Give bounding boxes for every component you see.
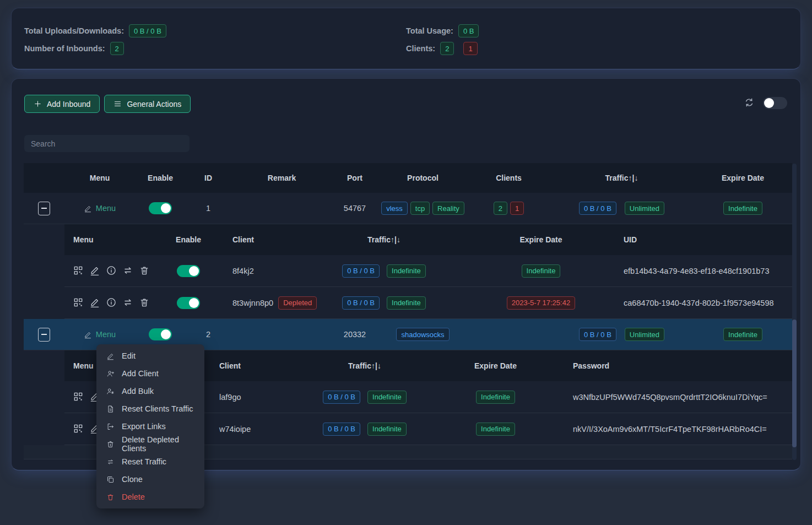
edit-client-icon[interactable] [89, 297, 101, 309]
general-actions-label: General Actions [127, 100, 181, 109]
menu-item-delete[interactable]: Delete [96, 488, 204, 506]
client-password: nkV/I/3XoAm9v6xMT/T5IcrF4TpeTKF98rHARbRo… [571, 425, 792, 434]
menu-item-reset-traffic[interactable]: Reset Traffic [96, 453, 204, 470]
row-menu-button[interactable]: Menu [84, 330, 116, 339]
general-actions-button[interactable]: General Actions [104, 95, 191, 113]
total-usage-value: 0 B [458, 24, 479, 37]
total-uploads-downloads-value: 0 B / 0 B [129, 24, 166, 37]
delete-client-icon[interactable] [139, 297, 151, 309]
toggle-knob [764, 98, 774, 108]
edit-icon [106, 352, 115, 360]
expire-badge: Indefinite [723, 202, 762, 215]
minus-icon [41, 208, 47, 209]
info-icon[interactable] [106, 297, 118, 309]
sub-header-traffic-sort[interactable]: Traffic↑|↓ [310, 361, 420, 370]
menu-item-add-bulk[interactable]: Add Bulk [96, 382, 204, 400]
edit-icon [84, 331, 92, 339]
client-name: 8t3wjnn8p0 [232, 299, 273, 307]
client-enable-toggle[interactable] [177, 297, 200, 309]
add-inbound-label: Add Inbound [47, 100, 90, 109]
network-tag: tcp [410, 202, 430, 215]
delete-client-icon[interactable] [139, 265, 151, 277]
client-expire-badge: 2023-5-7 17:25:42 [507, 296, 575, 310]
edit-icon [84, 204, 92, 213]
header-menu: Menu [64, 174, 135, 182]
vless-clients-table: Menu Enable Client Traffic↑|↓ Expire Dat… [64, 224, 792, 319]
client-uid: efb14b43-4a79-4e83-ef18-e48cf1901b73 [624, 267, 792, 275]
inbound-enable-toggle[interactable] [149, 202, 172, 214]
menu-item-edit[interactable]: Edit [96, 347, 204, 365]
header-protocol: Protocol [377, 174, 469, 182]
collapse-row-button[interactable] [38, 328, 50, 342]
client-traffic-badge: 0 B / 0 B [342, 296, 380, 310]
qrcode-icon[interactable] [73, 423, 85, 435]
total-uploads-downloads-label: Total Uploads/Downloads: [24, 26, 124, 35]
inbound-enable-toggle[interactable] [149, 328, 172, 340]
qrcode-icon[interactable] [73, 297, 85, 309]
expire-badge: Indefinite [723, 328, 762, 341]
inbound-id: 1 [186, 204, 231, 213]
add-client-icon [106, 370, 115, 378]
security-tag: Reality [432, 202, 464, 215]
inbound-row-1: Menu 1 54767 vless tcp Reality 2 1 0 B /… [24, 193, 792, 224]
number-of-inbounds-value: 2 [110, 42, 124, 55]
sub-header-password: Password [571, 361, 792, 370]
client-traffic-badge: 0 B / 0 B [323, 423, 360, 436]
client-name: w74ioipe [210, 425, 310, 434]
traffic-limit-badge: Unlimited [625, 202, 664, 215]
number-of-inbounds-label: Number of Inbounds: [24, 44, 105, 53]
client-password: w3NfbzUPf5WWd745Q8pvsmQrdrttT2IO6knuI7Di… [571, 393, 792, 402]
add-bulk-icon [106, 387, 115, 396]
dark-mode-toggle[interactable] [763, 97, 787, 109]
menu-item-export-links[interactable]: Export Links [96, 418, 204, 435]
minus-icon [41, 334, 47, 335]
clients-depleted-badge: 1 [510, 202, 524, 215]
sub-header-expire-date: Expire Date [458, 235, 624, 244]
total-uploads-downloads-stat: Total Uploads/Downloads: 0 B / 0 B [24, 22, 406, 40]
inbound-port: 54767 [333, 204, 377, 213]
header-remark: Remark [231, 174, 333, 182]
menu-item-clone[interactable]: Clone [96, 470, 204, 488]
sub-header-uid: UID [624, 235, 792, 244]
client-row: 8f4kj2 0 B / 0 B Indefinite Indefinite e… [64, 255, 792, 287]
reset-traffic-icon [106, 458, 115, 466]
delete-icon [106, 493, 115, 501]
clients-active-badge: 2 [494, 202, 507, 215]
inbound-port: 20332 [333, 330, 377, 339]
row-menu-button[interactable]: Menu [84, 204, 116, 213]
export-links-icon [106, 423, 115, 431]
client-traffic-limit-badge: Indefinite [387, 264, 426, 278]
client-traffic-limit-badge: Indefinite [367, 423, 407, 436]
client-name: laf9go [210, 393, 310, 402]
add-inbound-button[interactable]: Add Inbound [24, 95, 100, 113]
header-id: ID [186, 174, 231, 182]
client-row: 8t3wjnn8p0 Depleted 0 B / 0 B Indefinite… [64, 287, 792, 319]
menu-item-reset-clients-traffic[interactable]: Reset Clients Traffic [96, 400, 204, 418]
client-name: 8f4kj2 [210, 267, 310, 275]
menu-item-delete-depleted-clients[interactable]: Delete Depleted Clients [96, 435, 204, 453]
total-usage-stat: Total Usage: 0 B [406, 22, 788, 40]
info-icon[interactable] [106, 265, 118, 277]
search-input[interactable] [24, 135, 190, 152]
sub-header-traffic-sort[interactable]: Traffic↑|↓ [310, 235, 458, 244]
collapse-row-button[interactable] [38, 202, 50, 215]
qrcode-icon[interactable] [73, 265, 85, 277]
edit-client-icon[interactable] [89, 265, 101, 277]
reset-traffic-icon[interactable] [122, 297, 134, 309]
reset-traffic-icon[interactable] [122, 265, 134, 277]
menu-item-add-client[interactable]: Add Client [96, 365, 204, 382]
scrollbar-thumb[interactable] [792, 320, 797, 447]
reset-clients-traffic-icon [106, 405, 115, 413]
clone-icon [106, 475, 115, 484]
refresh-icon[interactable] [744, 97, 756, 109]
client-enable-toggle[interactable] [177, 265, 200, 277]
clients-stat: Clients: 2 1 [406, 40, 788, 57]
number-of-inbounds-stat: Number of Inbounds: 2 [24, 40, 406, 57]
traffic-badge: 0 B / 0 B [579, 328, 616, 341]
total-usage-label: Total Usage: [406, 26, 453, 35]
protocol-tag: vless [381, 202, 408, 215]
qrcode-icon[interactable] [73, 391, 85, 403]
client-uid: ca68470b-1940-437d-802b-1f9573e94598 [624, 299, 792, 307]
client-traffic-limit-badge: Indefinite [367, 391, 407, 404]
header-traffic-sort[interactable]: Traffic↑|↓ [549, 174, 695, 182]
